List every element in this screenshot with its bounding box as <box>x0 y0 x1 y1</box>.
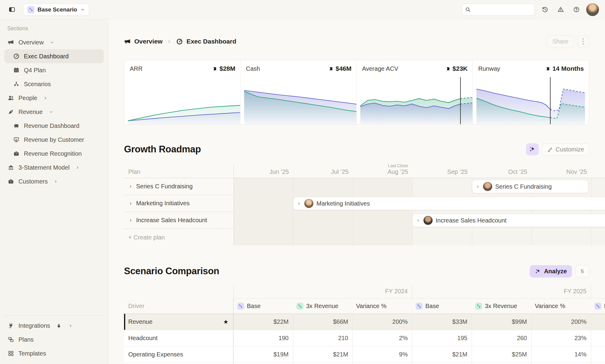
breadcrumb-overview[interactable]: Overview <box>124 38 162 45</box>
plan-column-header: Plan <box>128 168 140 175</box>
fiscal-year-group-label: FY 2025 <box>412 284 591 298</box>
compare-settings-button[interactable] <box>575 265 589 277</box>
kpi-card-cash[interactable]: Cash $46M <box>240 60 356 124</box>
sidebar-item-revenue-by-customer[interactable]: Revenue by Customer <box>4 133 104 147</box>
sidebar-item-integrations[interactable]: Integrations <box>4 319 104 333</box>
value-cell[interactable]: $33M <box>412 314 472 330</box>
value-cell[interactable]: 200% <box>352 314 412 330</box>
value-cell[interactable]: $21M <box>293 346 352 362</box>
analyze-button[interactable]: Analyze <box>530 265 572 278</box>
gantt-bar-increase-sales-headcount[interactable]: Increase Sales Headcount <box>412 214 605 227</box>
kpi-value: 14 Months <box>545 65 584 72</box>
table-row-operating-expenses[interactable]: Operating Expenses$19M$21M9%$21M$25M14% <box>124 346 605 363</box>
ai-sparkle-button[interactable] <box>526 143 539 155</box>
help-button[interactable] <box>571 4 582 15</box>
value-cell[interactable]: $99M <box>472 314 531 330</box>
kpi-sparkline <box>360 76 469 124</box>
table-row-headcount[interactable]: Headcount1902102%19526023% <box>124 330 605 346</box>
value-cell[interactable]: 14% <box>531 346 591 362</box>
history-button[interactable] <box>539 4 551 15</box>
plug-icon <box>7 322 15 329</box>
value-cell[interactable]: $21M <box>412 346 472 362</box>
column-header-3x-revenue[interactable]: 3x Revenue <box>293 298 352 314</box>
gantt-month-label: Sep ’25 <box>412 168 468 175</box>
sidebar-item-exec-dashboard[interactable]: Exec Dashboard <box>4 49 104 63</box>
sidebar-item-q4-plan[interactable]: Q4 Plan <box>4 63 104 77</box>
gantt-month-label: Oct ’25 <box>472 168 527 175</box>
chevron-right-icon <box>476 184 480 189</box>
sidebar-item-scenarios[interactable]: Scenarios <box>4 77 104 91</box>
pencil-icon <box>547 147 553 152</box>
sidebar-item-templates[interactable]: Templates <box>4 346 104 360</box>
gantt-month-label: Jul ’25 <box>293 168 348 175</box>
plan-row-increase-sales-headcount[interactable]: Increase Sales Headcount <box>124 212 234 229</box>
sections-label: Sections <box>4 24 104 35</box>
column-header-base[interactable]: Base <box>234 298 293 314</box>
sidebar: Sections OverviewExec DashboardQ4 PlanSc… <box>0 19 108 364</box>
growth-roadmap-gantt: Plan Jun ’25Jul ’25Last CloseAug ’25Sep … <box>124 165 605 245</box>
value-cell[interactable]: 9% <box>352 346 412 362</box>
column-header-base[interactable]: Base <box>591 298 605 314</box>
plan-row-series-c-fundraising[interactable]: Series C Fundraising <box>124 178 234 195</box>
more-options-button[interactable] <box>577 35 589 47</box>
create-plan-button[interactable]: + Create plan <box>124 229 234 245</box>
kpi-sparkline <box>476 76 585 124</box>
chevron-right-icon <box>74 165 81 170</box>
kpi-card-average-acv[interactable]: Average ACV $23K <box>356 60 473 124</box>
kpi-label: Runway <box>478 65 500 72</box>
value-cell[interactable]: $66M <box>293 314 352 330</box>
value-cell[interactable] <box>591 346 605 362</box>
sidebar-item-revenue-dashboard[interactable]: Revenue Dashboard <box>4 119 104 133</box>
sidebar-item-customers[interactable]: Customers <box>4 174 104 188</box>
share-button[interactable]: Share <box>547 35 574 48</box>
chevron-down-icon <box>80 7 85 12</box>
value-cell[interactable]: $25M <box>472 346 531 362</box>
sidebar-item-people[interactable]: People <box>4 91 104 105</box>
gantt-bar-series-c-fundraising[interactable]: Series C Fundraising <box>472 180 588 193</box>
value-cell[interactable]: 210 <box>293 330 352 346</box>
search-input[interactable] <box>473 6 531 13</box>
scenario-selector[interactable]: Base Scenario <box>23 4 89 16</box>
value-cell[interactable] <box>591 330 605 346</box>
kpi-card-arr[interactable]: ARR $28M <box>124 60 240 124</box>
value-cell[interactable] <box>591 314 605 330</box>
sidebar-item-revenue[interactable]: Revenue <box>4 105 104 119</box>
alerts-button[interactable] <box>555 4 566 15</box>
value-cell[interactable]: 190 <box>234 330 293 346</box>
kpi-card-runway[interactable]: Runway 14 Months <box>473 60 589 124</box>
value-cell[interactable]: $22M <box>234 314 293 330</box>
table-row-revenue[interactable]: Revenue★$22M$66M200%$33M$99M200% <box>124 314 605 330</box>
sparkle-icon <box>529 146 536 153</box>
sidebar-toggle-button[interactable] <box>6 4 18 15</box>
column-header-base[interactable]: Base <box>412 298 472 314</box>
column-header-variance[interactable]: Variance % <box>531 298 591 314</box>
driver-column-header: Driver <box>124 298 234 314</box>
search-box[interactable] <box>462 4 535 16</box>
rocket-icon <box>7 109 15 115</box>
sidebar-footer: IntegrationsPlansTemplates <box>4 315 104 360</box>
value-cell[interactable]: 23% <box>531 330 591 346</box>
flag-banner-icon <box>445 66 450 71</box>
column-header-variance[interactable]: Variance % <box>352 298 412 314</box>
breadcrumb-exec-dashboard[interactable]: Exec Dashboard <box>176 38 236 45</box>
table-row-partial <box>124 363 605 364</box>
kpi-value: $28M <box>212 65 235 72</box>
column-header-3x-revenue[interactable]: 3x Revenue <box>472 298 531 314</box>
star-icon[interactable]: ★ <box>223 318 228 325</box>
gantt-bar-marketing-initiatives[interactable]: Marketing Initiatives <box>293 197 605 210</box>
scenario-badge-icon <box>237 303 244 310</box>
value-cell[interactable]: 260 <box>472 330 531 346</box>
value-cell[interactable]: $19M <box>234 346 293 362</box>
sidebar-item-plans[interactable]: Plans <box>4 333 104 346</box>
sidebar-item-3-statement-model[interactable]: 3-Statement Model <box>4 161 104 174</box>
sidebar-item-revenue-recognition[interactable]: Revenue Recognition <box>4 147 104 161</box>
value-cell[interactable]: 195 <box>412 330 472 346</box>
plan-row-marketing-initiatives[interactable]: Marketing Initiatives <box>124 195 234 212</box>
table-header-row: DriverBase3x RevenueVariance %Base3x Rev… <box>124 298 605 314</box>
chevron-right-icon <box>128 184 133 189</box>
customize-button[interactable]: Customize <box>542 143 589 156</box>
value-cell[interactable]: 200% <box>531 314 591 330</box>
sidebar-item-overview[interactable]: Overview <box>4 35 104 49</box>
user-avatar[interactable] <box>586 3 599 16</box>
value-cell[interactable]: 2% <box>352 330 412 346</box>
